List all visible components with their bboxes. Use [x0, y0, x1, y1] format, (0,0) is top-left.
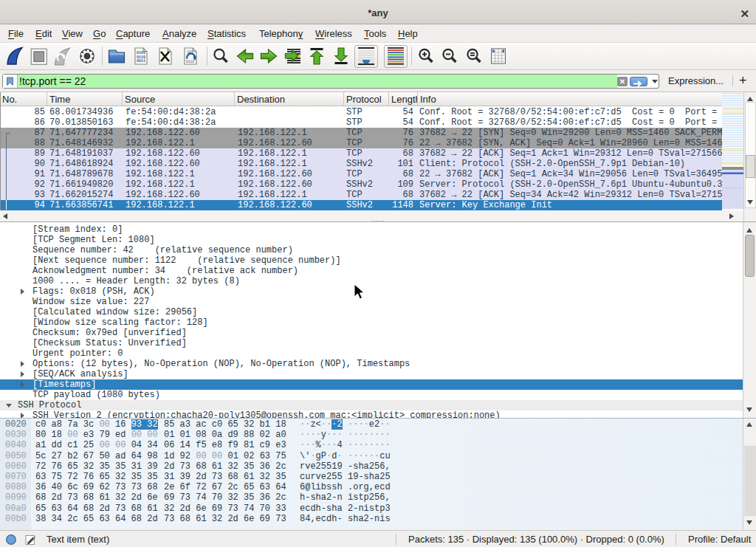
svg-text:0110: 0110 [186, 60, 194, 63]
svg-text:0011: 0011 [137, 59, 145, 63]
